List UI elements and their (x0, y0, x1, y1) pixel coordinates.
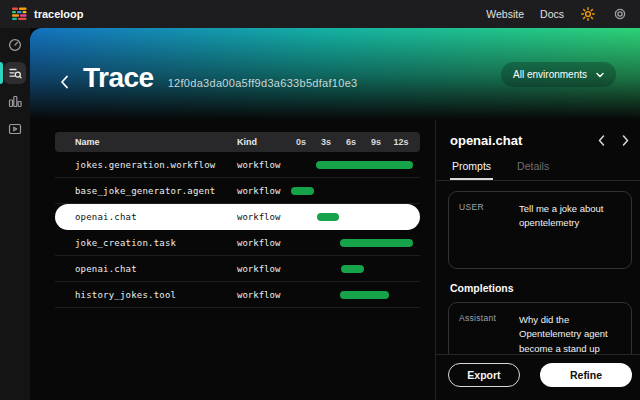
span-timeline-lane (291, 282, 420, 307)
main-content: Trace 12f0da3da00a5ff9d3a633b5dfaf10e3 A… (30, 28, 640, 400)
axis-tick-label: 0s (291, 137, 311, 147)
panel-footer: Export Refine (436, 354, 640, 400)
column-header-kind: Kind (237, 137, 291, 147)
span-kind: workflow (237, 212, 291, 222)
environments-dropdown-label: All environments (513, 69, 587, 80)
span-timeline-lane (291, 204, 420, 230)
prompt-role-label: USER (459, 202, 511, 258)
span-name: openai.chat (55, 264, 237, 274)
span-timeline-lane (291, 152, 420, 177)
sidebar-item-playground[interactable] (4, 118, 26, 140)
span-name: history_jokes.tool (55, 290, 237, 300)
axis-tick-label: 6s (341, 137, 361, 147)
trace-header: Trace 12f0da3da00a5ff9d3a633b5dfaf10e3 A… (30, 28, 640, 120)
table-row[interactable]: base_joke_generator.agent workflow (55, 178, 420, 204)
table-header-row: Name Kind 0s3s6s9s12s (55, 132, 420, 152)
span-kind: workflow (237, 264, 291, 274)
chevron-down-icon (596, 72, 604, 78)
span-duration-bar (317, 213, 339, 221)
span-kind: workflow (237, 160, 291, 170)
completion-paragraph: Why did the Opentelemetry agent become a… (519, 313, 621, 354)
span-detail-panel: openai.chat Prompts Detai (435, 120, 640, 400)
bar-chart-icon (8, 94, 22, 108)
span-kind: workflow (237, 238, 291, 248)
sidebar-item-analytics[interactable] (4, 90, 26, 112)
trace-search-icon (8, 66, 22, 80)
environments-dropdown[interactable]: All environments (501, 62, 616, 87)
span-timeline-lane (291, 178, 420, 203)
trace-id: 12f0da3da00a5ff9d3a633b5dfaf10e3 (168, 77, 358, 89)
axis-tick-label: 12s (391, 137, 411, 147)
span-kind: workflow (237, 186, 291, 196)
page-title: Trace (83, 62, 154, 94)
trace-table-body: jokes.generation.workflow workflow base_… (55, 152, 420, 308)
export-button[interactable]: Export (448, 363, 520, 387)
video-icon (8, 122, 22, 136)
docs-link[interactable]: Docs (540, 8, 564, 20)
next-span-chevron-icon[interactable] (620, 132, 630, 148)
gauge-icon (8, 38, 22, 52)
axis-tick-label: 3s (316, 137, 336, 147)
prompt-card: USER Tell me a joke about opentelemetry (448, 191, 632, 269)
sidebar-item-dashboard[interactable] (4, 34, 26, 56)
prompt-text: Tell me a joke about opentelemetry (519, 202, 621, 258)
span-duration-bar (340, 239, 413, 247)
completion-role-label: Assistant (459, 313, 511, 354)
tab-prompts[interactable]: Prompts (450, 156, 493, 180)
table-row[interactable]: history_jokes.tool workflow (55, 282, 420, 308)
theme-sun-icon[interactable] (580, 6, 596, 22)
span-kind: workflow (237, 290, 291, 300)
sidebar-item-traces[interactable] (4, 62, 26, 84)
refine-button[interactable]: Refine (540, 363, 632, 387)
top-bar: traceloop Website Docs (0, 0, 640, 28)
completion-card: Assistant Why did the Opentelemetry agen… (448, 302, 632, 354)
table-row[interactable]: jokes.generation.workflow workflow (55, 152, 420, 178)
brand[interactable]: traceloop (12, 7, 84, 21)
column-header-name: Name (55, 137, 237, 147)
spans-table: Name Kind 0s3s6s9s12s jokes.generation.w… (55, 132, 420, 308)
settings-gear-icon[interactable] (612, 6, 628, 22)
left-sidebar (0, 28, 30, 400)
span-duration-bar (341, 265, 364, 273)
span-duration-bar (316, 161, 413, 169)
prev-span-chevron-icon[interactable] (596, 132, 606, 148)
span-name: joke_creation.task (55, 238, 237, 248)
span-duration-bar (340, 291, 389, 299)
table-row[interactable]: openai.chat workflow (55, 256, 420, 282)
traceloop-logo-icon (12, 7, 27, 21)
website-link[interactable]: Website (486, 8, 524, 20)
panel-tabs: Prompts Details (436, 156, 640, 181)
span-title: openai.chat (450, 133, 522, 148)
completions-heading: Completions (450, 282, 630, 294)
timeline-axis-ticks: 0s3s6s9s12s (291, 137, 411, 147)
span-name: jokes.generation.workflow (55, 160, 237, 170)
span-name: openai.chat (55, 212, 237, 222)
table-row[interactable]: openai.chat workflow (55, 204, 420, 230)
span-name: base_joke_generator.agent (55, 186, 237, 196)
spans-table-area: Name Kind 0s3s6s9s12s jokes.generation.w… (30, 120, 435, 400)
table-row[interactable]: joke_creation.task workflow (55, 230, 420, 256)
tab-details[interactable]: Details (515, 156, 551, 180)
active-item-indicator (0, 62, 3, 84)
span-timeline-lane (291, 230, 420, 255)
brand-name: traceloop (34, 8, 84, 20)
back-chevron-icon[interactable] (60, 75, 69, 89)
span-duration-bar (291, 187, 314, 195)
axis-tick-label: 9s (366, 137, 386, 147)
completion-text: Why did the Opentelemetry agent become a… (519, 313, 621, 354)
span-timeline-lane (291, 256, 420, 281)
